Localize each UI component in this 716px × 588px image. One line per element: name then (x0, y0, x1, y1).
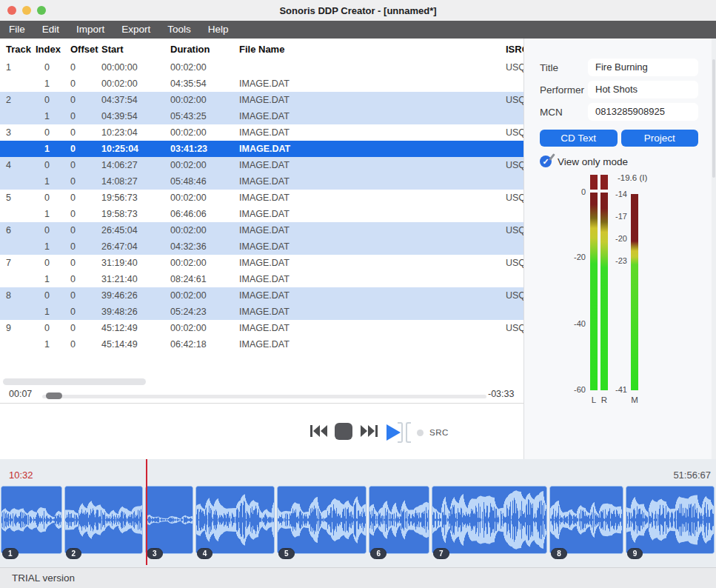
cell-isrc: USQ (506, 62, 523, 73)
title-field[interactable]: Fire Burning (588, 59, 698, 76)
cell-track: 4 (0, 160, 36, 170)
table-row[interactable]: 9 0 0 45:12:49 00:02:00 IMAGE.DAT USQ (0, 320, 523, 336)
meter-bar-right (600, 193, 608, 390)
track-table: Track Index Offset Start Duration File N… (0, 39, 523, 404)
cell-start: 04:39:54 (101, 111, 170, 121)
view-only-checkbox[interactable]: View only mode (540, 156, 698, 167)
cell-filename: IMAGE.DAT (239, 78, 506, 89)
waveform-track-block[interactable]: 3 (145, 486, 193, 554)
minimize-button[interactable] (22, 6, 31, 15)
meter-channel-label: M (630, 395, 639, 404)
col-header-offset[interactable]: Offset (70, 44, 101, 55)
meter-bar-left (590, 193, 598, 390)
cell-duration: 06:46:06 (170, 209, 239, 219)
src-indicator[interactable] (417, 430, 424, 436)
table-row[interactable]: 1 0 10:25:04 03:41:23 IMAGE.DAT (0, 141, 523, 157)
menu-item-edit[interactable]: Edit (42, 21, 59, 39)
cell-start: 10:23:04 (101, 127, 170, 138)
col-header-isrc[interactable]: ISRC (506, 44, 523, 55)
waveform-track-block[interactable]: 6 (369, 486, 429, 554)
menu-item-export[interactable]: Export (121, 21, 150, 39)
table-row[interactable]: 5 0 0 19:56:73 00:02:00 IMAGE.DAT USQ (0, 190, 523, 206)
menu-item-help[interactable]: Help (208, 21, 229, 39)
cell-index: 1 (36, 209, 70, 219)
cell-isrc: USQ (506, 323, 523, 333)
track-number-badge: 4 (197, 548, 213, 559)
performer-field[interactable]: Hot Shots (588, 81, 698, 98)
next-track-button[interactable] (360, 424, 378, 438)
meter-scale-label: -41 (568, 385, 627, 394)
table-row[interactable]: 7 0 0 31:19:40 00:02:00 IMAGE.DAT USQ (0, 255, 523, 271)
meter-scale-label: -14 (568, 190, 627, 198)
close-button[interactable] (7, 6, 16, 15)
zoom-button[interactable] (37, 6, 46, 15)
table-row[interactable]: 1 0 45:14:49 06:42:18 IMAGE.DAT (0, 336, 523, 353)
cell-filename: IMAGE.DAT (239, 274, 506, 284)
cell-index: 0 (36, 160, 70, 170)
panel-scrollbar (712, 39, 716, 459)
track-number-badge: 5 (278, 548, 295, 559)
table-row[interactable]: 3 0 0 10:23:04 00:02:00 IMAGE.DAT USQ (0, 124, 523, 141)
table-row[interactable]: 6 0 0 26:45:04 00:02:00 IMAGE.DAT USQ (0, 222, 523, 238)
menu-item-import[interactable]: Import (76, 21, 104, 39)
loudness-readout: -19.6 (I) (618, 173, 647, 182)
cell-duration: 06:42:18 (170, 339, 239, 350)
waveform-track-block[interactable]: 5 (277, 486, 367, 554)
cell-index: 0 (36, 258, 70, 268)
title-bar: Sonoris DDP Creator - [unnamed*] (0, 0, 716, 21)
waveform-track-block[interactable]: 7 (432, 486, 547, 554)
meter-scale-label: -17 (568, 212, 627, 221)
col-header-index[interactable]: Index (36, 44, 70, 55)
waveform (626, 486, 715, 554)
project-button[interactable]: Project (621, 130, 699, 147)
cell-filename: IMAGE.DAT (239, 241, 506, 252)
waveform-track-block[interactable]: 9 (626, 486, 715, 554)
playback-slider-thumb[interactable] (46, 392, 62, 399)
table-row[interactable]: 1 0 39:48:26 05:24:23 IMAGE.DAT (0, 304, 523, 320)
waveform-track-block[interactable]: 8 (549, 486, 623, 554)
table-row[interactable]: 1 0 0 00:00:00 00:02:00 USQ (0, 59, 523, 76)
mcn-field[interactable]: 0813285908925 (588, 103, 698, 121)
table-row[interactable]: 2 0 0 04:37:54 00:02:00 IMAGE.DAT USQ (0, 92, 523, 108)
playhead-line (146, 459, 147, 565)
table-row[interactable]: 1 0 31:21:40 08:24:61 IMAGE.DAT (0, 271, 523, 287)
col-header-track[interactable]: Track (0, 44, 36, 55)
stop-button[interactable] (335, 423, 352, 440)
table-row[interactable]: 1 0 19:58:73 06:46:06 IMAGE.DAT (0, 206, 523, 222)
menu-item-file[interactable]: File (9, 21, 25, 39)
menu-item-tools[interactable]: Tools (167, 21, 191, 39)
waveform-track-block[interactable]: 4 (195, 486, 275, 554)
cell-index: 0 (36, 95, 70, 105)
table-row[interactable]: 4 0 0 14:06:27 00:02:00 IMAGE.DAT USQ (0, 157, 523, 173)
cell-filename: IMAGE.DAT (239, 160, 506, 170)
meter-scale-label: -20 (568, 234, 627, 243)
waveform-track-block[interactable]: 2 (64, 486, 143, 554)
table-header: Track Index Offset Start Duration File N… (0, 39, 523, 59)
cell-index: 0 (36, 323, 70, 333)
waveform (64, 486, 143, 554)
col-header-start[interactable]: Start (101, 44, 170, 55)
play-button[interactable] (385, 421, 415, 444)
table-row[interactable]: 8 0 0 39:46:26 00:02:00 IMAGE.DAT USQ (0, 287, 523, 304)
cell-duration: 00:02:00 (170, 225, 239, 235)
cell-offset: 0 (70, 339, 101, 350)
cell-track: 5 (0, 193, 36, 203)
cell-filename: IMAGE.DAT (239, 258, 506, 268)
cd-text-button[interactable]: CD Text (540, 130, 618, 147)
panel-scrollbar-thumb[interactable] (712, 59, 715, 178)
horizontal-scrollbar-thumb[interactable] (3, 378, 146, 385)
playback-slider-track[interactable] (42, 395, 486, 398)
cell-duration: 00:02:00 (170, 323, 239, 333)
table-row[interactable]: 1 0 14:08:27 05:48:46 IMAGE.DAT (0, 173, 523, 190)
previous-track-button[interactable] (310, 424, 328, 438)
table-row[interactable]: 1 0 26:47:04 04:32:36 IMAGE.DAT (0, 238, 523, 255)
waveform (145, 486, 193, 554)
table-row[interactable]: 1 0 04:39:54 05:43:25 IMAGE.DAT (0, 108, 523, 124)
cell-track: 7 (0, 258, 36, 268)
waveform-track-block[interactable]: 1 (1, 486, 62, 554)
col-header-duration[interactable]: Duration (170, 44, 239, 55)
src-label: SRC (429, 428, 449, 437)
col-header-filename[interactable]: File Name (239, 44, 506, 55)
table-row[interactable]: 1 0 00:02:00 04:35:54 IMAGE.DAT (0, 76, 523, 92)
meter-scale-label: -40 (526, 319, 586, 328)
